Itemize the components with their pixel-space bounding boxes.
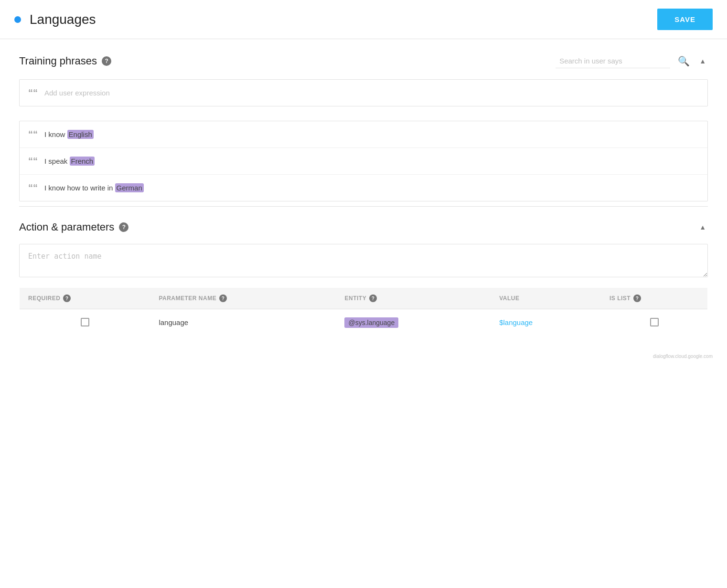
quote-icon: ““ bbox=[28, 182, 38, 193]
table-row: language @sys.language $language bbox=[20, 309, 708, 336]
action-parameters-help-icon[interactable]: ? bbox=[119, 222, 128, 232]
phrases-list: ““ I know English ““ I speak French ““ I… bbox=[19, 121, 708, 201]
quote-icon: ““ bbox=[28, 129, 38, 140]
table-body: language @sys.language $language bbox=[20, 309, 708, 336]
action-parameters-section-header: Action & parameters ? ▲ bbox=[19, 221, 708, 233]
table-header: REQUIRED ? PARAMETER NAME ? ENTITY ? bbox=[20, 288, 708, 309]
col-entity: ENTITY ? bbox=[336, 288, 491, 309]
search-input[interactable] bbox=[556, 54, 670, 68]
quote-icon: ““ bbox=[28, 156, 38, 167]
is-list-cell bbox=[601, 309, 708, 336]
phrase-row[interactable]: ““ I speak French bbox=[20, 148, 707, 175]
col-parameter-name: PARAMETER NAME ? bbox=[150, 288, 336, 309]
entity-cell: @sys.language bbox=[336, 309, 491, 336]
parameters-table: REQUIRED ? PARAMETER NAME ? ENTITY ? bbox=[19, 287, 708, 336]
entity-help-icon[interactable]: ? bbox=[369, 294, 377, 302]
phrase-text: I know English bbox=[44, 130, 94, 138]
parameter-name-value: language bbox=[159, 318, 188, 326]
value-link[interactable]: $language bbox=[499, 318, 533, 326]
status-dot bbox=[14, 16, 21, 23]
header-left: Languages bbox=[14, 12, 96, 27]
col-required: REQUIRED ? bbox=[20, 288, 150, 309]
main-content: Training phrases ? 🔍 ▲ ““ Add user expre… bbox=[0, 39, 727, 350]
phrase-highlight: English bbox=[67, 130, 94, 139]
entity-badge[interactable]: @sys.language bbox=[344, 317, 398, 328]
required-checkbox[interactable] bbox=[81, 318, 89, 326]
phrase-text: I speak French bbox=[44, 157, 95, 165]
section-divider bbox=[19, 206, 708, 207]
parameter-name-cell: language bbox=[150, 309, 336, 336]
is-list-help-icon[interactable]: ? bbox=[633, 294, 641, 302]
training-phrases-title: Training phrases bbox=[19, 55, 97, 67]
header: Languages SAVE bbox=[0, 0, 727, 39]
training-phrases-title-group: Training phrases ? bbox=[19, 55, 111, 67]
watermark: dialogflow.cloud.google.com bbox=[0, 350, 727, 361]
search-icon: 🔍 bbox=[678, 55, 690, 67]
chevron-up-icon: ▲ bbox=[699, 223, 706, 231]
training-phrases-section-header: Training phrases ? 🔍 ▲ bbox=[19, 53, 708, 69]
add-expression-row[interactable]: ““ Add user expression bbox=[20, 80, 707, 106]
action-name-input[interactable] bbox=[19, 244, 708, 277]
phrase-highlight: French bbox=[70, 157, 95, 166]
training-phrases-help-icon[interactable]: ? bbox=[102, 56, 111, 66]
value-cell: $language bbox=[491, 309, 601, 336]
required-cell bbox=[20, 309, 150, 336]
search-button[interactable]: 🔍 bbox=[676, 53, 692, 69]
add-expression-container[interactable]: ““ Add user expression bbox=[19, 79, 708, 106]
quote-icon: ““ bbox=[28, 87, 38, 98]
col-value: VALUE bbox=[491, 288, 601, 309]
action-parameters-title-group: Action & parameters ? bbox=[19, 221, 128, 233]
training-phrases-search-area: 🔍 ▲ bbox=[556, 53, 708, 69]
phrase-row[interactable]: ““ I know how to write in German bbox=[20, 175, 707, 201]
phrase-text: I know how to write in German bbox=[44, 184, 144, 192]
parameter-name-help-icon[interactable]: ? bbox=[219, 294, 227, 302]
required-help-icon[interactable]: ? bbox=[63, 294, 71, 302]
action-parameters-title: Action & parameters bbox=[19, 221, 114, 233]
save-button[interactable]: SAVE bbox=[657, 9, 713, 30]
page-title: Languages bbox=[30, 12, 96, 27]
phrase-row[interactable]: ““ I know English bbox=[20, 121, 707, 148]
chevron-up-icon: ▲ bbox=[699, 57, 706, 65]
collapse-action-parameters-button[interactable]: ▲ bbox=[697, 221, 708, 233]
add-expression-placeholder: Add user expression bbox=[44, 89, 110, 97]
col-is-list: IS LIST ? bbox=[601, 288, 708, 309]
collapse-training-phrases-button[interactable]: ▲ bbox=[697, 55, 708, 67]
phrase-highlight: German bbox=[115, 183, 144, 192]
is-list-checkbox[interactable] bbox=[650, 318, 659, 326]
